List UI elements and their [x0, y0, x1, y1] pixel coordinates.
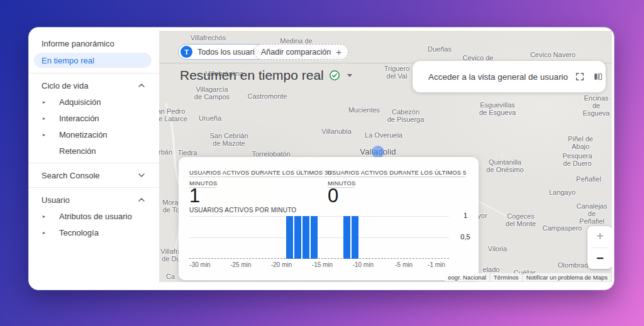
y-axis-label-1: 1 — [455, 212, 476, 219]
map-label: Viloria — [488, 245, 507, 253]
check-circle-icon — [329, 70, 340, 81]
chart-x-tick: -1 min — [428, 261, 445, 268]
chart-bar — [352, 216, 358, 259]
map-label: Esguevillas de Esgueva — [479, 101, 516, 116]
chart-bar — [343, 216, 350, 259]
analytics-window: VillafrechósMedina dealba de AlcoresDueñ… — [28, 27, 614, 290]
add-comparison-chip[interactable]: Añadir comparación + — [254, 44, 348, 60]
chart-x-tick: -15 min — [312, 261, 333, 268]
chevron-down-icon — [138, 173, 145, 178]
map-label: Pesquera de Duero — [562, 152, 592, 167]
share-icon[interactable] — [611, 72, 612, 82]
chart-x-tick: -5 min — [395, 261, 413, 268]
chart-x-tick: -20 min — [271, 261, 292, 268]
expand-arrow-icon: ▸ — [40, 99, 48, 105]
sidebar-item-search-console[interactable]: Search Console — [29, 167, 159, 183]
sidebar-divider — [29, 163, 159, 163]
map-label: elado — [483, 266, 500, 273]
map-label: Moral de To — [162, 198, 180, 214]
zoom-in-button[interactable]: + — [587, 226, 612, 247]
map-label: Encinas de Esgueva — [583, 94, 610, 117]
map-label: Villanubla — [321, 128, 352, 135]
segment-avatar: T — [180, 46, 192, 58]
map-label: Triguero del Val — [384, 65, 410, 80]
expand-arrow-icon: ▸ — [40, 116, 48, 121]
compare-columns-icon[interactable] — [593, 72, 603, 82]
sidebar-item-atributos-de-usuario[interactable]: ▸Atributos de usuario — [29, 208, 159, 224]
chart-bar — [311, 216, 318, 259]
map-label: Peñafiel — [576, 175, 601, 183]
chart-x-tick: -10 min — [353, 261, 374, 268]
map-label: Cabezón de Pisuerga — [387, 108, 425, 123]
sidebar-item-label: Informe panorámico — [42, 39, 114, 48]
title-dropdown-caret-icon[interactable] — [347, 73, 353, 77]
map-label: Cogeces del Monte — [506, 212, 536, 227]
sidebar-item-ciclo-de-vida[interactable]: Ciclo de vida — [29, 77, 159, 94]
add-comparison-label: Añadir comparación — [261, 48, 331, 57]
user-snapshot-label: Acceder a la vista general de usuario — [428, 72, 568, 82]
active-users-30min-label: USUARIOS ACTIVOS DURANTE LOS ÚLTIMOS 30 … — [189, 167, 335, 188]
page-title: Resumen en tiempo real — [180, 68, 324, 83]
zoom-out-button[interactable]: − — [587, 248, 612, 269]
fullscreen-icon[interactable] — [575, 72, 585, 82]
sidebar-divider — [29, 187, 159, 188]
map-label: Quintanilla de Onésimo — [486, 158, 523, 173]
sidebar-item-monetizacion[interactable]: ▸Monetización — [29, 126, 159, 143]
map-label: Langayo — [549, 188, 575, 196]
per-minute-chart-title: USUARIOS ACTIVOS POR MINUTO — [189, 207, 296, 214]
sidebar-item-informe-panoramico[interactable]: Informe panorámico — [29, 35, 159, 52]
sidebar-item-en-tiempo-real[interactable]: En tiempo real — [29, 52, 159, 69]
expand-arrow-icon: ▸ — [40, 132, 48, 138]
sidebar-item-label: En tiempo real — [42, 56, 94, 65]
sidebar-item-tecnologia[interactable]: ▸Tecnología — [29, 224, 159, 241]
map-attribution-bar: eogr. NacionalTérminosNotificar un probl… — [445, 273, 611, 281]
gridline-0-5 — [189, 237, 449, 238]
chart-baseline — [189, 258, 449, 259]
user-snapshot-bar[interactable]: Acceder a la vista general de usuario — [413, 61, 606, 92]
map-label: Tiedra — [178, 149, 197, 156]
sidebar-item-label: Monetización — [59, 130, 108, 139]
active-user-marker — [372, 146, 384, 158]
y-axis-label-0-5: 0,5 — [455, 233, 476, 241]
gridline-1 — [189, 216, 449, 217]
sidebar-nav: Informe panorámicoEn tiempo realCiclo de… — [29, 28, 159, 290]
chart-x-ticks: -30 min-25 min-20 min-15 min-10 min-5 mi… — [189, 261, 449, 270]
chart-bar — [303, 216, 309, 259]
chart-bar — [294, 216, 301, 259]
chevron-up-icon — [138, 83, 145, 88]
plus-icon: + — [336, 46, 341, 57]
report-title-row: Resumen en tiempo real — [180, 68, 353, 83]
sidebar-item-retencion[interactable]: Retención — [29, 143, 159, 159]
map-label: Ca — [166, 273, 175, 280]
chart-plot — [189, 216, 449, 259]
expand-arrow-icon: ▸ — [40, 214, 48, 219]
map-canvas[interactable]: VillafrechósMedina dealba de AlcoresDueñ… — [159, 31, 612, 282]
map-report-problem-link[interactable]: Notificar un problema de Maps — [523, 273, 611, 281]
map-label: Mucientes — [348, 106, 380, 114]
sidebar-item-label: Atributos de usuario — [59, 212, 132, 221]
sidebar-item-label: Retención — [59, 146, 96, 156]
sidebar-item-label: Interacción — [59, 114, 99, 123]
map-label: Urueña — [199, 114, 221, 122]
chart-x-tick: -25 min — [230, 261, 251, 268]
map-label: an Pedro de Latarce — [159, 107, 187, 122]
chart-x-tick: -30 min — [189, 261, 210, 268]
all-users-chip-label: Todos los usuarios — [197, 48, 263, 57]
realtime-metrics-card: USUARIOS ACTIVOS DURANTE LOS ÚLTIMOS 30 … — [179, 157, 479, 280]
map-terms-link[interactable]: Términos — [491, 273, 522, 281]
map-label: San Cebrián de Mazote — [209, 132, 248, 147]
chart-bar — [286, 216, 293, 259]
sidebar-item-usuario[interactable]: Usuario — [29, 192, 159, 208]
map-label: Piñel de Abajo — [565, 135, 596, 150]
sidebar-item-label: Tecnología — [59, 228, 99, 237]
map-label: Villafrechós — [191, 34, 226, 41]
expand-arrow-icon: ▸ — [40, 230, 48, 236]
map-zoom-control: + − — [587, 226, 612, 269]
sidebar-item-adquisicion[interactable]: ▸Adquisición — [29, 94, 159, 110]
sidebar-item-interaccion[interactable]: ▸Interacción — [29, 110, 159, 126]
map-label: Cevico Navero — [530, 51, 575, 58]
map-label: Castromonte — [248, 92, 287, 100]
active-users-5min-value: 0 — [328, 185, 338, 207]
sidebar-item-label: Search Console — [42, 171, 100, 180]
map-label: Villagarcía de Campos — [194, 85, 230, 101]
